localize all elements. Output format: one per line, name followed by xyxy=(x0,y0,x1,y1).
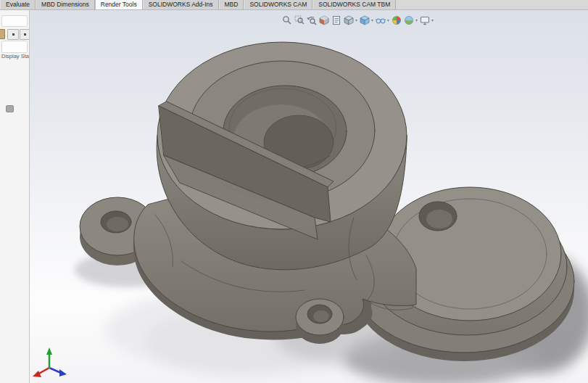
tab-evaluate[interactable]: Evaluate xyxy=(0,0,36,9)
zoom-to-area-icon[interactable] xyxy=(294,15,305,25)
heads-up-view-toolbar: ▾ ▾ ▾ ▾ ▾ xyxy=(282,15,434,25)
previous-view-icon[interactable] xyxy=(307,15,317,25)
tab-solidworks-cam-tbm[interactable]: SOLIDWORKS CAM TBM xyxy=(312,0,396,9)
display-state-item-icon[interactable] xyxy=(6,105,14,112)
panel-button-1[interactable] xyxy=(7,29,19,40)
annotation-views-icon[interactable] xyxy=(331,15,341,25)
zoom-to-fit-icon[interactable] xyxy=(282,15,292,25)
tab-solidworks-cam[interactable]: SOLIDWORKS CAM xyxy=(244,0,312,9)
graphics-area[interactable]: ▾ ▾ ▾ ▾ ▾ xyxy=(30,10,588,383)
origin-triad xyxy=(33,347,67,377)
solidworks-window: { "app": { "name": "SOLIDWORKS" }, "ribb… xyxy=(0,0,588,383)
display-style-icon[interactable] xyxy=(360,15,370,25)
view-orientation-icon[interactable] xyxy=(344,15,354,25)
feature-manager-field xyxy=(1,15,28,27)
chevron-down-icon[interactable]: ▾ xyxy=(371,15,373,25)
chevron-down-icon[interactable]: ▾ xyxy=(387,15,389,25)
ribbon-tab-bar: Evaluate MBD Dimensions Render Tools SOL… xyxy=(0,0,588,10)
tab-render-tools[interactable]: Render Tools xyxy=(95,0,143,9)
part-document-icon xyxy=(0,29,5,39)
chevron-down-icon[interactable]: ▾ xyxy=(415,15,418,25)
chevron-down-icon[interactable]: ▾ xyxy=(355,15,357,25)
edit-appearance-icon[interactable] xyxy=(392,15,402,25)
chevron-down-icon[interactable]: ▾ xyxy=(431,15,434,25)
feature-manager-panel: Display Sta xyxy=(0,10,30,383)
bottom-mounting-ear xyxy=(296,299,344,344)
display-states-label: Display Sta xyxy=(1,53,30,59)
model-3d-view[interactable] xyxy=(30,10,588,383)
tab-solidworks-add-ins[interactable]: SOLIDWORKS Add-Ins xyxy=(143,0,219,9)
tab-mbd-dimensions[interactable]: MBD Dimensions xyxy=(36,0,95,9)
section-view-icon[interactable] xyxy=(319,15,329,25)
display-states-box xyxy=(1,41,28,53)
panel-button-2[interactable] xyxy=(20,29,30,40)
hide-show-items-icon[interactable] xyxy=(376,15,386,25)
workspace: Display Sta xyxy=(0,10,588,383)
apply-scene-icon[interactable] xyxy=(404,15,414,25)
tab-mbd[interactable]: MBD xyxy=(219,0,244,9)
view-settings-icon[interactable] xyxy=(420,15,430,25)
